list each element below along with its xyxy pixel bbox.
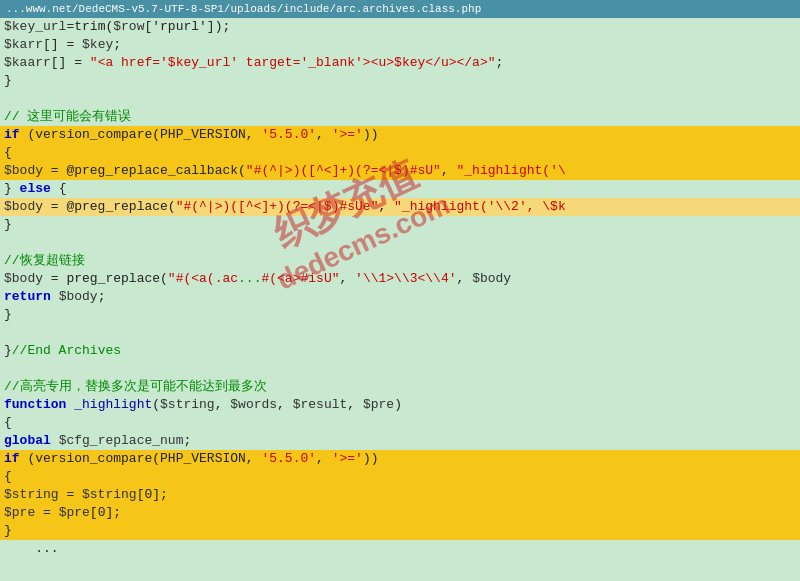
code-line: $body = @preg_replace("#(^|>)([^<]+)(?=<… [0, 198, 800, 216]
code-line: global $cfg_replace_num; [0, 432, 800, 450]
code-line: } [0, 72, 800, 90]
code-line: $karr[] = $key; [0, 36, 800, 54]
code-line: if (version_compare(PHP_VERSION, '5.5.0'… [0, 126, 800, 144]
code-line: $pre = $pre[0]; [0, 504, 800, 522]
title-text: ...www.net/DedeCMS-v5.7-UTF-8-SP1/upload… [6, 3, 481, 15]
title-bar: ...www.net/DedeCMS-v5.7-UTF-8-SP1/upload… [0, 0, 800, 18]
code-line: if (version_compare(PHP_VERSION, '5.5.0'… [0, 450, 800, 468]
code-line [0, 360, 800, 378]
code-line: ... [0, 540, 800, 558]
code-line: { [0, 414, 800, 432]
code-line: $body = preg_replace("#(<a(.ac...#(<a>#i… [0, 270, 800, 288]
code-line: } [0, 522, 800, 540]
code-line: } [0, 216, 800, 234]
code-line: return $body; [0, 288, 800, 306]
code-line: $string = $string[0]; [0, 486, 800, 504]
code-line: $body = @preg_replace_callback("#(^|>)([… [0, 162, 800, 180]
code-block: $key_url=trim($row['rpurl']); $karr[] = … [0, 18, 800, 558]
code-line [0, 324, 800, 342]
code-line: { [0, 144, 800, 162]
code-line: } [0, 306, 800, 324]
code-line: //高亮专用，替换多次是可能不能达到最多次 [0, 378, 800, 396]
code-line: }//End Archives [0, 342, 800, 360]
code-line: //恢复超链接 [0, 252, 800, 270]
code-line [0, 90, 800, 108]
code-line: $key_url=trim($row['rpurl']); [0, 18, 800, 36]
code-line: function _highlight($string, $words, $re… [0, 396, 800, 414]
code-line: $kaarr[] = "<a href='$key_url' target='_… [0, 54, 800, 72]
code-line: { [0, 468, 800, 486]
code-container: $key_url=trim($row['rpurl']); $karr[] = … [0, 18, 800, 581]
code-line [0, 234, 800, 252]
code-line: } else { [0, 180, 800, 198]
code-line: // 这里可能会有错误 [0, 108, 800, 126]
